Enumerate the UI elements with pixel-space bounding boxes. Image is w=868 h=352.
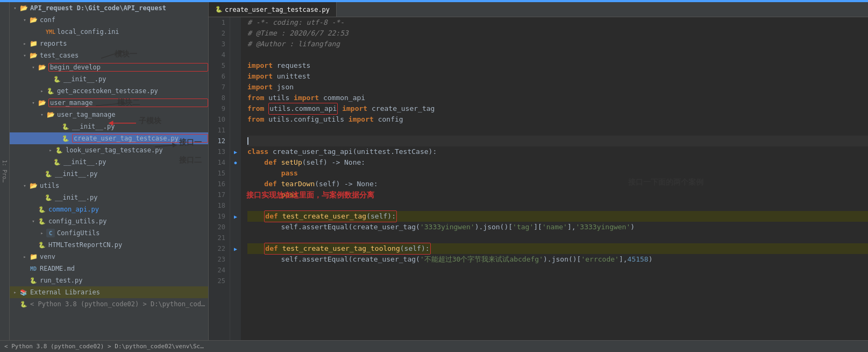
ln-15: 15 — [213, 168, 225, 179]
tree-item-utils[interactable]: utils — [10, 180, 208, 192]
tree-item-root[interactable]: API_request D:\Git_code\API_request — [10, 2, 208, 14]
tree-item-create-user[interactable]: 🐍 create_user_tag_testcase.py — [10, 132, 208, 144]
folder-icon-utils — [29, 181, 38, 190]
tree-item-init1[interactable]: 🐍 __init__.py — [10, 73, 208, 85]
tree-item-user-manage[interactable]: user_manage — [10, 97, 208, 109]
arrow-user-manage — [29, 98, 38, 107]
status-bar: < Python 3.8 (python_code02) > D:\python… — [0, 340, 868, 352]
ln-16: 16 — [213, 179, 225, 189]
code-content: 1 2 3 4 5 6 7 8 9 10 11 12 13 14 15 16 1… — [209, 17, 868, 340]
tree-item-init4[interactable]: 🐍 __init__.py — [10, 168, 208, 180]
code-line-18 — [247, 200, 868, 211]
ln-6: 6 — [213, 71, 225, 82]
ln-8: 8 — [213, 93, 225, 103]
tree-item-local-config[interactable]: YML local_config.ini — [10, 26, 208, 38]
tree-item-init2[interactable]: 🐍 __init__.py — [10, 121, 208, 132]
gutter-10 — [230, 114, 241, 125]
tree-item-common-api[interactable]: 🐍 common_api.py — [10, 203, 208, 215]
tree-item-init5[interactable]: 🐍 __init__.py — [10, 192, 208, 203]
tree-label-create-user: create_user_tag_testcase.py — [72, 134, 208, 143]
tree-item-conf[interactable]: conf — [10, 14, 208, 26]
tree-item-get-acc[interactable]: 🐍 get_accestoken_testcase.py — [10, 85, 208, 97]
gutter-6 — [230, 71, 241, 82]
file-icon-readme: MD — [29, 264, 38, 273]
folder-icon-reports — [29, 39, 38, 48]
code-line-9: from utils.common_api import create_user… — [247, 103, 868, 114]
tab-bar: 🐍 create_user_tag_testcase.py — [209, 2, 868, 17]
tree-label-config-utils: config_utils.py — [48, 217, 208, 225]
tree-label-htmlreport: HTMLTestReportCN.py — [48, 241, 208, 249]
tree-item-readme[interactable]: MD README.md — [10, 263, 208, 274]
gutter-1 — [230, 17, 241, 28]
tree-label-common-api: common_api.py — [48, 206, 208, 213]
code-line-19: def test_create_user_tag(self): — [247, 211, 868, 222]
icon-ext-libs: 📚 — [19, 288, 28, 297]
tree-item-python38[interactable]: 🐍 < Python 3.8 (python_code02) > D:\pyth… — [10, 298, 208, 310]
file-icon-create-user: 🐍 — [61, 134, 70, 143]
arrow-conf — [20, 16, 29, 24]
file-tree: API_request D:\Git_code\API_request conf… — [10, 2, 209, 340]
ln-14: 14 — [213, 157, 225, 168]
gutter-20 — [230, 222, 241, 233]
gutter-21 — [230, 233, 241, 243]
gutter-17 — [230, 189, 241, 200]
ln-3: 3 — [213, 39, 225, 50]
tree-item-look-user[interactable]: 🐍 look_user_tag_testcase.py — [10, 144, 208, 156]
tree-item-init3[interactable]: 🐍 __init__.py — [10, 156, 208, 168]
tree-item-test-cases[interactable]: test_cases — [10, 50, 208, 61]
ln-19: 19 — [213, 211, 225, 222]
arrow-look-user — [46, 146, 55, 154]
folder-icon-venv — [29, 252, 38, 261]
tree-item-configutils[interactable]: C ConfigUtils — [10, 227, 208, 239]
tree-item-htmlreport[interactable]: 🐍 HTMLTestReportCN.py — [10, 239, 208, 251]
file-icon-common-api: 🐍 — [38, 205, 46, 214]
main-layout: 1: Pro… API_request D:\Git_code\API_requ… — [0, 2, 868, 340]
tree-item-user-tag-manage[interactable]: user_tag_manage — [10, 109, 208, 121]
gutter-7 — [230, 82, 241, 93]
arrow-config-utils — [29, 217, 38, 226]
code-line-1: # -*- coding: utf-8 -*- — [247, 17, 868, 28]
gutter-11 — [230, 125, 241, 136]
tree-label-venv: venv — [40, 253, 208, 261]
tree-item-run-test[interactable]: 🐍 run_test.py — [10, 274, 208, 286]
code-line-11 — [247, 125, 868, 136]
ln-11: 11 — [213, 125, 225, 136]
arrow-begin-develop — [29, 63, 38, 72]
gutter-25 — [230, 276, 241, 286]
gutter-5 — [230, 60, 241, 71]
gutter-4 — [230, 50, 241, 60]
tree-item-begin-develop[interactable]: begin_develop — [10, 61, 208, 73]
code-line-13: class create_user_tag_api(unittest.TestC… — [247, 146, 868, 157]
gutter-18 — [230, 200, 241, 211]
gutter-24 — [230, 265, 241, 276]
gutter-8 — [230, 93, 241, 103]
gutter-13: ▶ — [230, 146, 241, 157]
ln-10: 10 — [213, 114, 225, 125]
file-icon-yml: YML — [46, 27, 55, 36]
tab-create-user[interactable]: 🐍 create_user_tag_testcase.py — [209, 2, 337, 17]
status-python: < Python 3.8 (python_code02) > D:\python… — [4, 343, 204, 350]
file-icon-look-user: 🐍 — [55, 146, 63, 154]
folder-icon-root — [19, 4, 28, 12]
tree-item-reports[interactable]: reports — [10, 38, 208, 50]
tree-item-ext-libs[interactable]: 📚 External Libraries — [10, 286, 208, 298]
tree-label-init5: __init__.py — [55, 194, 208, 201]
code-line-5: import requests — [247, 60, 868, 71]
folder-icon-test-cases — [29, 51, 38, 60]
tree-item-config-utils[interactable]: 🐍 config_utils.py — [10, 215, 208, 227]
code-line-23: self.assertEqual(create_user_tag('不能超过30… — [247, 254, 868, 265]
code-line-17: pass — [247, 189, 868, 200]
tree-label-user-manage: user_manage — [48, 98, 208, 107]
tree-label-begin-develop: begin_develop — [48, 63, 208, 72]
file-icon-py4: 🐍 — [44, 170, 53, 178]
folder-icon-conf — [29, 16, 38, 24]
code-line-15: pass — [247, 168, 868, 179]
class-icon-configutils: C — [46, 229, 55, 237]
arrow-ext-libs — [11, 288, 19, 297]
tree-item-venv[interactable]: venv — [10, 251, 208, 263]
tree-label-python38: < Python 3.8 (python_code02) > D:\python… — [30, 300, 208, 308]
ln-22: 22 — [213, 243, 225, 254]
cursor — [247, 137, 248, 145]
tree-label-init2: __init__.py — [72, 123, 208, 130]
ln-18: 18 — [213, 200, 225, 211]
